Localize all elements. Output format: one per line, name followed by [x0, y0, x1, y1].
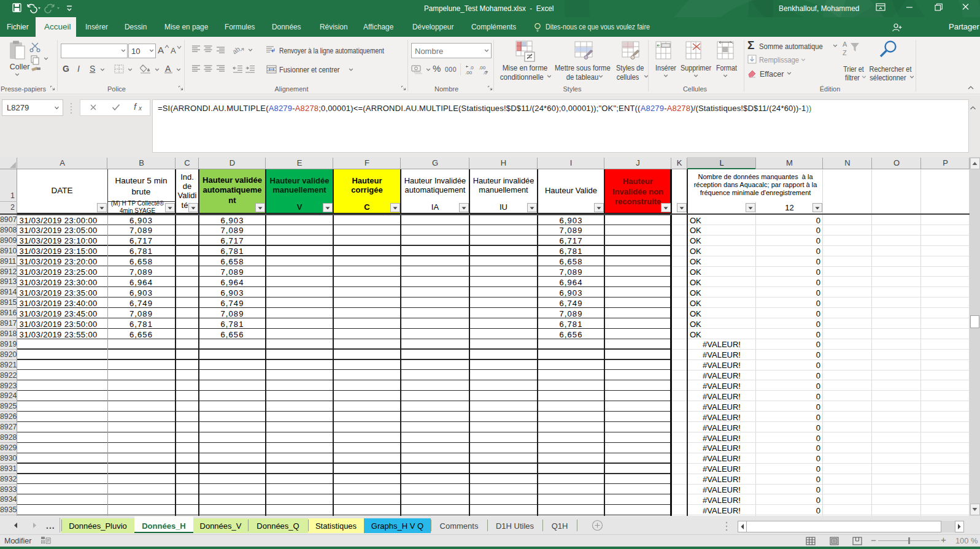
svg-text:ab: ab: [233, 45, 241, 55]
svg-text:.00: .00: [465, 70, 473, 75]
svg-text:Z: Z: [843, 49, 847, 56]
svg-text:A: A: [843, 40, 847, 48]
